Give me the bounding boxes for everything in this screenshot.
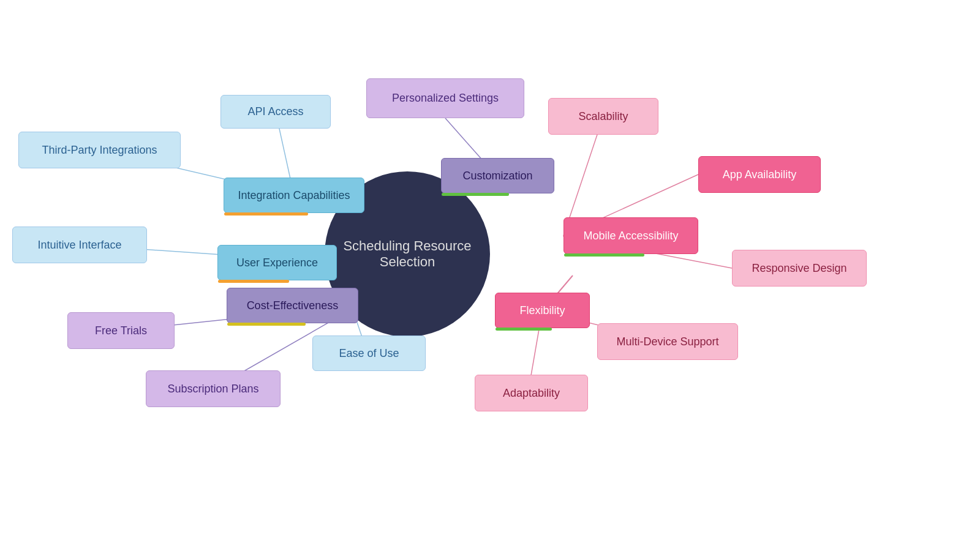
node-integration[interactable]: Integration Capabilities <box>224 178 364 213</box>
node-mobileacc[interactable]: Mobile Accessibility <box>564 217 698 254</box>
node-scalability-label: Scalability <box>578 110 628 123</box>
node-freetrials-label: Free Trials <box>95 324 147 337</box>
center-label: Scheduling Resource Selection <box>325 238 490 270</box>
node-personalized[interactable]: Personalized Settings <box>366 78 524 118</box>
node-userexp-label: User Experience <box>236 257 318 269</box>
accent-bar-costeff <box>227 323 306 326</box>
node-intuitive[interactable]: Intuitive Interface <box>12 227 147 263</box>
node-flexibility-label: Flexibility <box>519 304 565 317</box>
node-multidevice-label: Multi-Device Support <box>616 335 718 348</box>
node-multidevice[interactable]: Multi-Device Support <box>597 323 738 360</box>
node-api-label: API Access <box>247 105 303 118</box>
accent-bar-integration <box>224 212 308 216</box>
node-userexp[interactable]: User Experience <box>217 245 337 280</box>
node-appavail-label: App Availability <box>723 168 797 181</box>
node-customization-label: Customization <box>462 170 532 182</box>
accent-bar-mobileacc <box>564 253 644 257</box>
node-adaptability-label: Adaptability <box>503 387 560 400</box>
accent-bar-userexp <box>218 280 289 283</box>
node-customization[interactable]: Customization <box>441 158 554 193</box>
accent-bar-flexibility <box>496 328 552 331</box>
node-integration-label: Integration Capabilities <box>238 189 350 202</box>
node-personalized-label: Personalized Settings <box>392 92 499 105</box>
node-easeofuse-label: Ease of Use <box>339 347 399 360</box>
node-freetrials[interactable]: Free Trials <box>67 312 175 349</box>
node-mobileacc-label: Mobile Accessibility <box>583 230 678 242</box>
node-costeff-label: Cost-Effectiveness <box>247 299 339 312</box>
node-easeofuse[interactable]: Ease of Use <box>312 335 426 371</box>
node-thirdparty-label: Third-Party Integrations <box>42 144 157 157</box>
node-api[interactable]: API Access <box>221 95 331 129</box>
node-appavail[interactable]: App Availability <box>698 156 821 193</box>
node-intuitive-label: Intuitive Interface <box>37 239 121 252</box>
mindmap-container: Scheduling Resource Selection Integratio… <box>0 0 980 551</box>
node-responsive[interactable]: Responsive Design <box>732 250 867 287</box>
node-subscription[interactable]: Subscription Plans <box>146 370 281 407</box>
node-flexibility[interactable]: Flexibility <box>495 293 590 328</box>
node-thirdparty[interactable]: Third-Party Integrations <box>18 132 181 168</box>
node-scalability[interactable]: Scalability <box>548 98 658 135</box>
node-subscription-label: Subscription Plans <box>167 383 258 395</box>
node-costeff[interactable]: Cost-Effectiveness <box>227 288 358 323</box>
node-responsive-label: Responsive Design <box>752 262 846 275</box>
accent-bar-customization <box>442 193 509 196</box>
node-adaptability[interactable]: Adaptability <box>475 375 588 411</box>
